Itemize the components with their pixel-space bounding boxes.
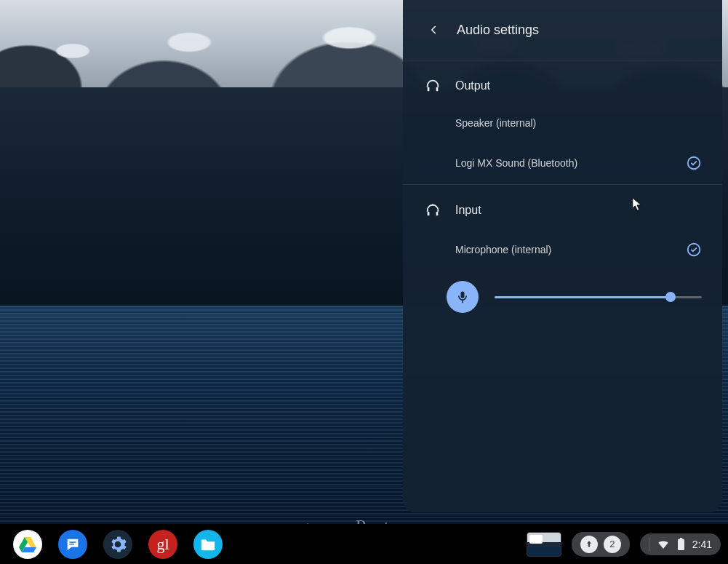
svg-rect-2	[461, 292, 465, 298]
battery-icon	[677, 538, 685, 551]
mic-toggle-button[interactable]	[447, 281, 479, 313]
device-label: Microphone (internal)	[455, 244, 551, 255]
panel-header: Audio settings	[403, 0, 722, 60]
input-device-microphone[interactable]: Microphone (internal)	[403, 229, 722, 271]
mouse-cursor	[631, 196, 644, 213]
mic-gain-slider[interactable]	[495, 296, 702, 298]
svg-rect-3	[69, 541, 76, 542]
back-button[interactable]	[423, 20, 444, 40]
chevron-left-icon	[427, 23, 440, 36]
output-heading: Output	[455, 79, 490, 92]
messages-icon	[65, 536, 81, 552]
headphones-up-icon	[423, 202, 442, 218]
app-settings[interactable]	[103, 530, 132, 559]
mic-gain-row	[403, 271, 722, 326]
slider-fill	[495, 296, 671, 298]
app-files[interactable]	[193, 530, 223, 559]
slider-thumb[interactable]	[665, 292, 676, 302]
svg-rect-7	[679, 538, 682, 540]
shelf-apps: gl	[7, 530, 223, 559]
update-available-icon	[580, 536, 598, 553]
notification-count-badge: 2	[604, 536, 621, 553]
output-device-bluetooth[interactable]: Logi MX Sound (Bluetooth)	[403, 142, 722, 184]
device-label: Logi MX Sound (Bluetooth)	[455, 157, 577, 169]
output-section-header: Output	[403, 60, 722, 104]
gl-icon: gl	[156, 535, 169, 554]
app-messages[interactable]	[58, 530, 87, 559]
selected-check-icon	[686, 242, 702, 258]
notification-pill[interactable]: 2	[572, 532, 630, 557]
gear-icon	[108, 535, 127, 554]
input-section-header: Input	[403, 185, 722, 229]
output-device-speaker[interactable]: Speaker (internal)	[403, 104, 722, 142]
audio-settings-panel: Audio settings Output Speaker (internal)…	[403, 0, 722, 512]
device-label: Speaker (internal)	[455, 117, 536, 129]
microphone-icon	[455, 290, 470, 304]
input-heading: Input	[455, 204, 481, 217]
shelf: gl 2 2:41	[0, 524, 728, 564]
selected-check-icon	[686, 155, 702, 171]
system-tray[interactable]: 2:41	[640, 533, 721, 555]
clock: 2:41	[692, 539, 712, 550]
headphones-icon	[423, 78, 442, 94]
app-gl[interactable]: gl	[148, 530, 177, 559]
tray-separator	[649, 538, 649, 551]
wifi-icon	[657, 538, 670, 551]
shelf-status-area: 2 2:41	[527, 532, 721, 557]
panel-title: Audio settings	[457, 23, 539, 38]
window-preview-thumbnail[interactable]	[527, 532, 561, 557]
svg-rect-4	[69, 544, 73, 544]
app-google-drive[interactable]	[13, 530, 42, 559]
svg-point-5	[116, 541, 121, 547]
google-drive-icon	[18, 536, 37, 553]
svg-rect-6	[678, 539, 684, 549]
folder-icon	[200, 537, 216, 552]
